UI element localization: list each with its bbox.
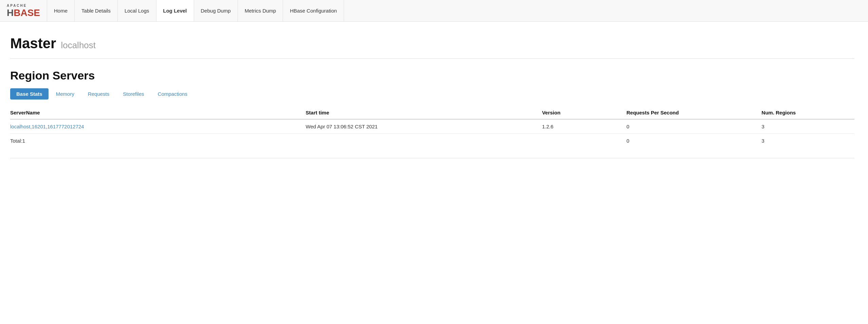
header-divider [10,58,854,59]
col-header-num-regions: Num. Regions [761,106,854,119]
master-header: Master localhost [10,35,854,52]
tab-base-stats[interactable]: Base Stats [10,88,49,100]
nav-link-debug-dump[interactable]: Debug Dump [194,0,238,21]
master-title: Master [10,35,56,52]
tab-requests[interactable]: Requests [82,88,115,100]
bottom-divider [10,158,854,158]
nav-link-metrics-dump[interactable]: Metrics Dump [238,0,283,21]
logo-apache-text: APACHE [7,4,40,7]
nav-links: HomeTable DetailsLocal LogsLog LevelDebu… [47,0,344,21]
nav-link-local-logs[interactable]: Local Logs [118,0,156,21]
total-num-regions: 3 [761,134,854,148]
region-servers-table: ServerNameStart timeVersionRequests Per … [10,106,854,148]
col-header-server-name: ServerName [10,106,306,119]
tab-storefiles[interactable]: Storefiles [117,88,150,100]
requests-per-second-cell: 0 [626,119,761,134]
region-servers-title: Region Servers [10,69,854,82]
main-content: Master localhost Region Servers Base Sta… [0,22,868,172]
nav-link-home[interactable]: Home [47,0,75,21]
nav-link-table-details[interactable]: Table Details [75,0,118,21]
col-header-start-time: Start time [306,106,542,119]
server-name-link[interactable]: localhost,16201,1617772012724 [10,124,84,129]
table-total-row: Total:103 [10,134,854,148]
navbar: APACHE HBASE HomeTable DetailsLocal Logs… [0,0,868,22]
nav-link-log-level[interactable]: Log Level [156,0,194,21]
region-servers-section: Region Servers Base StatsMemoryRequestsS… [10,69,854,148]
region-servers-tabs: Base StatsMemoryRequestsStorefilesCompac… [10,88,854,100]
tab-compactions[interactable]: Compactions [152,88,194,100]
logo: APACHE HBASE [0,0,47,21]
table-row: localhost,16201,1617772012724Wed Apr 07 … [10,119,854,134]
version-cell: 1.2.6 [542,119,626,134]
tab-memory[interactable]: Memory [50,88,80,100]
num-regions-cell: 3 [761,119,854,134]
col-header-requests-per-second: Requests Per Second [626,106,761,119]
start-time-cell: Wed Apr 07 13:06:52 CST 2021 [306,119,542,134]
logo-h: H [7,7,14,18]
master-hostname: localhost [61,40,96,51]
total-start-empty [306,134,542,148]
table-header-row: ServerNameStart timeVersionRequests Per … [10,106,854,119]
nav-link-hbase-configuration[interactable]: HBase Configuration [283,0,344,21]
total-label: Total:1 [10,134,306,148]
total-requests-per-second: 0 [626,134,761,148]
col-header-version: Version [542,106,626,119]
logo-base: BASE [14,7,40,18]
total-version-empty [542,134,626,148]
